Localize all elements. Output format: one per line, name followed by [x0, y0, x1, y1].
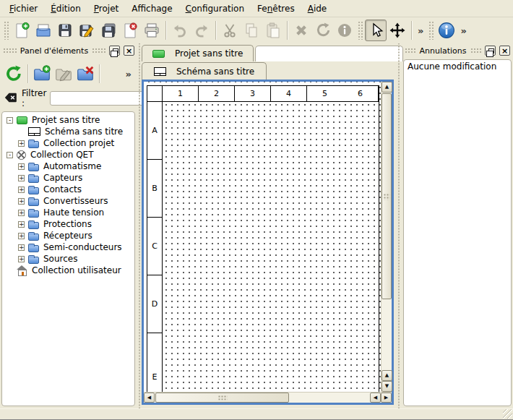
- tree-expander[interactable]: [18, 163, 25, 170]
- horizontal-scrollbar-track[interactable]: [289, 393, 370, 403]
- tree-item[interactable]: Collection projet: [2, 137, 134, 149]
- vertical-scrollbar-thumb[interactable]: [381, 93, 392, 299]
- float-icon: [488, 48, 494, 53]
- undo-panel-titlebar[interactable]: Annulations ×: [405, 45, 510, 56]
- tree-item[interactable]: Contacts: [2, 184, 134, 195]
- toolbar-separator: [287, 21, 288, 40]
- paste-button[interactable]: [262, 20, 284, 41]
- tree-expander[interactable]: [7, 152, 13, 158]
- new-document-button[interactable]: [11, 20, 33, 41]
- scroll-up-button[interactable]: ▲: [381, 82, 392, 93]
- menu-item[interactable]: Fenêtres: [251, 1, 301, 16]
- elements-tree[interactable]: Projet sans titre Schéma sans titre Coll…: [1, 111, 135, 406]
- diagram-canvas[interactable]: 123456 ABCDE: [144, 82, 381, 392]
- tree-expander[interactable]: [18, 210, 25, 216]
- save-all-button[interactable]: [98, 20, 119, 41]
- save-button[interactable]: [54, 20, 76, 41]
- tree-item[interactable]: Haute tension: [2, 207, 134, 218]
- vertical-scrollbar[interactable]: ▲ ▲ ▼: [381, 82, 392, 392]
- toolbar-drag-handle[interactable]: [4, 21, 9, 40]
- tree-item[interactable]: Convertisseurs: [2, 195, 134, 207]
- scroll-left-button-right[interactable]: ◀: [370, 393, 381, 403]
- print-button[interactable]: [141, 20, 163, 41]
- tree-item-label: Récepteurs: [43, 231, 92, 241]
- tree-expander[interactable]: [18, 140, 25, 147]
- element-info-button[interactable]: [334, 20, 355, 41]
- save-icon: [56, 22, 74, 39]
- tree-expander[interactable]: [18, 198, 25, 205]
- menu-item[interactable]: Fichier: [3, 1, 44, 16]
- tree-item[interactable]: Schéma sans titre: [2, 126, 134, 137]
- tree-item[interactable]: Automatisme: [2, 160, 134, 172]
- tree-item[interactable]: Sources: [2, 253, 134, 265]
- tree-item[interactable]: Semi-conducteurs: [2, 241, 134, 253]
- tree-expander[interactable]: [18, 256, 25, 262]
- toolbar-drag-handle[interactable]: [358, 21, 363, 40]
- schema-tab[interactable]: Schéma sans titre: [142, 62, 267, 80]
- close-document-button[interactable]: [119, 20, 141, 41]
- undo-button[interactable]: [169, 20, 191, 41]
- tree-item[interactable]: Collection QET: [2, 149, 134, 160]
- tree-item[interactable]: Projet sans titre: [2, 114, 134, 126]
- tree-expander[interactable]: [7, 117, 13, 124]
- redo-button[interactable]: [191, 20, 212, 41]
- panel-toolbar-overflow-button[interactable]: »: [123, 69, 134, 80]
- scroll-down-button[interactable]: ▼: [381, 381, 392, 392]
- copy-button[interactable]: [241, 20, 262, 41]
- dock-close-button[interactable]: ×: [124, 46, 134, 56]
- menu-item[interactable]: Configuration: [179, 1, 251, 16]
- horizontal-scrollbar[interactable]: ◀ ◀ ▶: [144, 392, 392, 403]
- dock-close-button[interactable]: ×: [499, 46, 510, 56]
- edit-category-button[interactable]: [53, 62, 74, 85]
- toolbar-overflow-button[interactable]: »: [457, 25, 469, 36]
- menu-item[interactable]: Affichage: [125, 1, 178, 16]
- vertical-scrollbar-track[interactable]: [381, 299, 392, 370]
- scroll-up-button-bottom[interactable]: ▲: [381, 370, 392, 381]
- toolbar-drag-handle[interactable]: [428, 21, 434, 40]
- menu-item[interactable]: Aide: [301, 1, 334, 16]
- tree-item[interactable]: Capteurs: [2, 172, 134, 184]
- toolbar-overflow-button[interactable]: »: [415, 25, 426, 36]
- undo-icon: [171, 22, 189, 39]
- undo-history-list[interactable]: Aucune modification: [403, 59, 512, 406]
- elements-panel-titlebar[interactable]: Panel d'éléments ×: [3, 45, 134, 56]
- menu-item[interactable]: Édition: [44, 1, 87, 16]
- tree-item-icon: [28, 164, 39, 171]
- select-tool-button[interactable]: [365, 20, 387, 41]
- tree-item[interactable]: Récepteurs: [2, 230, 134, 241]
- save-as-button[interactable]: [76, 20, 98, 41]
- delete-category-button[interactable]: [74, 62, 96, 85]
- tree-expander[interactable]: [18, 175, 25, 181]
- dock-float-button[interactable]: [485, 46, 496, 56]
- tree-item[interactable]: Protections: [2, 218, 134, 230]
- tree-expander[interactable]: [18, 187, 25, 193]
- new-document-icon: [13, 22, 30, 39]
- open-document-button[interactable]: [33, 20, 54, 41]
- toolbar-separator: [165, 21, 166, 40]
- rotate-button[interactable]: [312, 20, 334, 41]
- delete-button[interactable]: [290, 20, 312, 41]
- tree-item[interactable]: Collection utilisateur: [2, 265, 134, 276]
- undo-history-item[interactable]: Aucune modification: [405, 61, 510, 72]
- project-tab[interactable]: Projet sans titre: [142, 45, 254, 61]
- dock-float-button[interactable]: [109, 46, 120, 56]
- horizontal-scrollbar-thumb[interactable]: [155, 393, 289, 403]
- tree-expander[interactable]: [18, 221, 25, 228]
- scroll-right-button[interactable]: ▶: [381, 393, 392, 403]
- tree-item-icon: [28, 257, 39, 264]
- rotate-icon: [314, 22, 332, 39]
- new-category-button[interactable]: [31, 62, 53, 85]
- right-splitter[interactable]: [396, 43, 401, 408]
- reload-collections-button[interactable]: [3, 62, 25, 85]
- scroll-left-button[interactable]: ◀: [144, 393, 155, 403]
- left-splitter[interactable]: [137, 43, 142, 408]
- tree-expander[interactable]: [18, 233, 25, 239]
- cut-button[interactable]: [219, 20, 241, 41]
- menu-item[interactable]: Projet: [87, 1, 125, 16]
- resize-grip[interactable]: [503, 409, 512, 419]
- move-tool-button[interactable]: [387, 20, 408, 41]
- schema-tab-label: Schéma sans titre: [176, 67, 254, 77]
- clear-filter-icon[interactable]: [4, 90, 18, 107]
- tree-expander[interactable]: [18, 244, 25, 251]
- about-button[interactable]: [436, 20, 457, 41]
